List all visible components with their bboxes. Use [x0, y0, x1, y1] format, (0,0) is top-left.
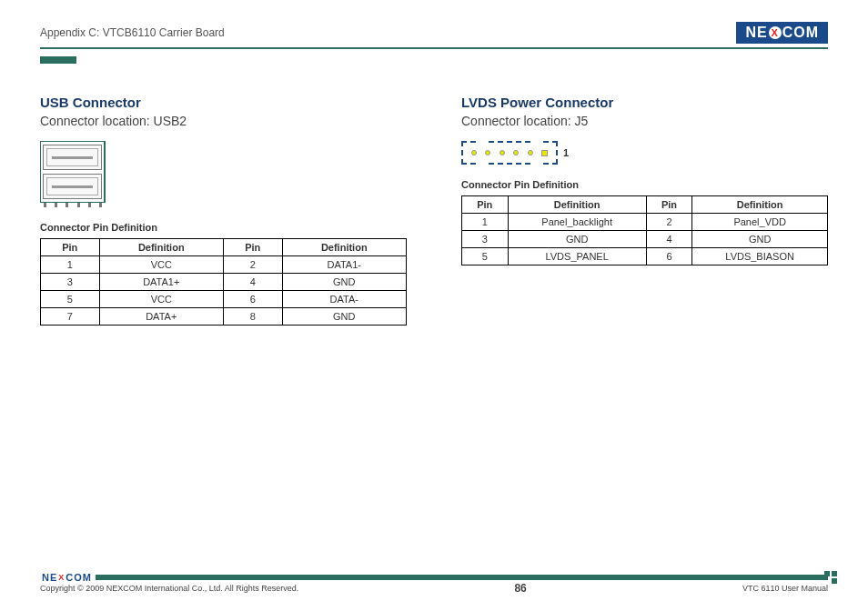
col-pin: Pin	[41, 239, 100, 256]
cell: 3	[462, 231, 509, 248]
pin-dot-icon	[485, 150, 490, 155]
cell: 1	[41, 256, 100, 274]
lvds-section: LVDS Power Connector Connector location:…	[461, 95, 828, 326]
col-def: Definition	[508, 196, 646, 214]
manual-name: VTC 6110 User Manual	[742, 584, 828, 593]
pin-dot-icon	[500, 150, 505, 155]
usb-connector-icon	[40, 141, 106, 203]
cell: DATA1-	[282, 256, 407, 274]
cell: 5	[462, 248, 509, 265]
lvds-connector-icon	[461, 141, 558, 165]
copyright-text: Copyright © 2009 NEXCOM International Co…	[40, 584, 298, 593]
page-number: 86	[514, 582, 526, 595]
usb-port-bottom	[43, 174, 102, 199]
cell: 2	[646, 214, 692, 231]
cell: GND	[282, 274, 407, 291]
usb-subtitle: Connector location: USB2	[40, 114, 407, 128]
table-row: 1 Panel_backlight 2 Panel_VDD	[462, 214, 828, 231]
section-marker	[40, 56, 76, 64]
cell: 5	[41, 291, 100, 308]
col-def: Definition	[99, 239, 223, 256]
pin1-label: 1	[563, 147, 569, 158]
table-header-row: Pin Definition Pin Definition	[41, 239, 407, 256]
logo-x-icon: X	[58, 573, 65, 582]
cell: 3	[41, 274, 100, 291]
header-title: Appendix C: VTCB6110 Carrier Board	[40, 26, 225, 39]
cell: DATA1+	[99, 274, 223, 291]
footer-bar: NE X COM	[40, 575, 828, 580]
cell: DATA-	[282, 291, 407, 308]
cell: 7	[41, 308, 100, 326]
col-pin: Pin	[462, 196, 509, 214]
lvds-pin-def-title: Connector Pin Definition	[461, 179, 828, 190]
table-row: 1 VCC 2 DATA1-	[41, 256, 407, 274]
cell: 6	[223, 291, 282, 308]
usb-pin-table: Pin Definition Pin Definition 1 VCC 2 DA…	[40, 238, 407, 326]
pin-dot-icon	[471, 150, 477, 155]
logo-left: NE	[42, 572, 57, 583]
nexcom-logo: NE X COM	[736, 22, 828, 44]
col-def: Definition	[692, 196, 828, 214]
page-footer: NE X COM Copyright © 2009 NEXCOM Interna…	[40, 575, 828, 595]
usb-title: USB Connector	[40, 95, 407, 110]
usb-feet	[40, 203, 106, 207]
cell: DATA+	[99, 308, 223, 326]
pin-dot-icon	[513, 150, 519, 155]
usb-port-top	[43, 145, 102, 170]
cell: 2	[223, 256, 282, 274]
table-row: 3 DATA1+ 4 GND	[41, 274, 407, 291]
cell: GND	[282, 308, 407, 326]
lvds-title: LVDS Power Connector	[461, 95, 828, 110]
pin-dot-icon	[528, 150, 533, 155]
lvds-subtitle: Connector location: J5	[461, 114, 828, 128]
table-row: 5 LVDS_PANEL 6 LVDS_BIASON	[462, 248, 828, 265]
table-header-row: Pin Definition Pin Definition	[462, 196, 828, 214]
logo-left: NE	[745, 25, 767, 41]
logo-right: COM	[782, 25, 819, 41]
cell: LVDS_BIASON	[692, 248, 828, 265]
cell: 1	[462, 214, 509, 231]
usb-connector-diagram	[40, 141, 407, 207]
col-pin: Pin	[223, 239, 282, 256]
footer-nexcom-logo: NE X COM	[38, 572, 96, 583]
page-header: Appendix C: VTCB6110 Carrier Board NE X …	[40, 22, 828, 49]
cell: Panel_VDD	[692, 214, 828, 231]
table-row: 3 GND 4 GND	[462, 231, 828, 248]
content-columns: USB Connector Connector location: USB2 C…	[40, 95, 828, 326]
cell: Panel_backlight	[508, 214, 646, 231]
cell: GND	[692, 231, 828, 248]
cell: 6	[646, 248, 692, 265]
cell: VCC	[99, 291, 223, 308]
usb-pin-def-title: Connector Pin Definition	[40, 222, 407, 233]
cell: LVDS_PANEL	[508, 248, 646, 265]
pin1-square-icon	[541, 150, 548, 156]
lvds-connector-diagram: 1	[461, 141, 828, 165]
lvds-pin-table: Pin Definition Pin Definition 1 Panel_ba…	[461, 195, 828, 265]
col-pin: Pin	[646, 196, 692, 214]
cell: 4	[646, 231, 692, 248]
col-def: Definition	[282, 239, 407, 256]
cell: VCC	[99, 256, 223, 274]
table-row: 5 VCC 6 DATA-	[41, 291, 407, 308]
logo-x-icon: X	[769, 26, 782, 39]
table-row: 7 DATA+ 8 GND	[41, 308, 407, 326]
cell: GND	[508, 231, 646, 248]
cell: 4	[223, 274, 282, 291]
usb-section: USB Connector Connector location: USB2 C…	[40, 95, 407, 326]
logo-right: COM	[66, 572, 92, 583]
cell: 8	[223, 308, 282, 326]
footer-row: Copyright © 2009 NEXCOM International Co…	[40, 582, 828, 595]
footer-squares-icon	[824, 571, 837, 584]
